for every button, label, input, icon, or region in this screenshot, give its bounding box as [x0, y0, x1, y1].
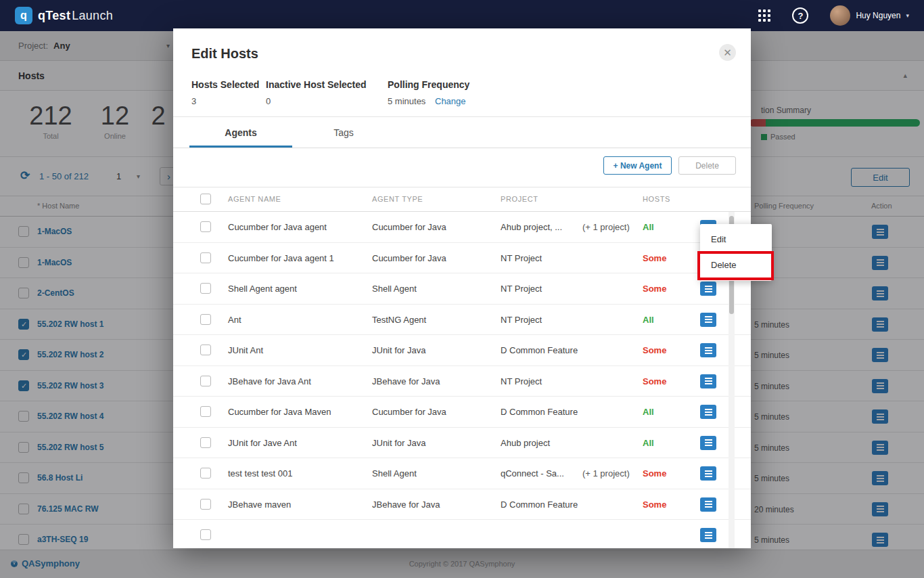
hosts-badge: All — [643, 222, 654, 232]
agent-checkbox[interactable] — [200, 376, 211, 386]
agent-name-cell: test test test 001 — [228, 468, 292, 479]
agent-name-cell: JBehave maven — [228, 499, 291, 510]
topbar-right: ? Huy Nguyen ▾ — [758, 5, 909, 26]
agent-type-cell: JUnit for Java — [372, 345, 425, 355]
hosts-badge: All — [643, 407, 654, 417]
agent-type-cell: Cucumber for Java — [372, 253, 446, 263]
hosts-selected-label: Hosts Selected — [191, 79, 259, 90]
agent-table-row — [173, 520, 751, 548]
agent-actions-menu-button[interactable] — [700, 436, 716, 450]
agent-checkbox[interactable] — [200, 252, 211, 263]
context-menu-delete[interactable]: Delete — [700, 252, 772, 278]
tab-agents[interactable]: Agents — [189, 120, 292, 148]
agent-type-cell: Shell Agent — [372, 284, 417, 294]
polling-frequency-label: Polling Frequency — [388, 79, 469, 90]
inactive-host-label: Inactive Host Selected — [266, 79, 367, 90]
agent-type-cell: Cucumber for Java — [372, 407, 446, 417]
agent-actions-menu-button[interactable] — [700, 497, 716, 512]
user-menu[interactable]: Huy Nguyen ▾ — [830, 5, 909, 26]
agent-table-row: JUnit Ant JUnit for Java D Common Featur… — [173, 335, 751, 366]
col-project: PROJECT — [501, 195, 538, 203]
agent-table-row: Cucumber for Java agent 1 Cucumber for J… — [173, 243, 751, 274]
agent-checkbox[interactable] — [200, 437, 211, 448]
agent-name-cell: Cucumber for Java agent — [228, 222, 327, 232]
agent-checkbox[interactable] — [200, 499, 211, 510]
hosts-badge: Some — [643, 499, 666, 510]
agent-name-cell: Cucumber for Java Maven — [228, 407, 331, 417]
new-agent-button[interactable]: + New Agent — [603, 156, 672, 175]
polling-value-text: 5 minutes — [388, 96, 425, 106]
top-nav-bar: q qTestLaunch ? Huy Nguyen ▾ — [0, 0, 924, 31]
agent-checkbox[interactable] — [200, 283, 211, 294]
agent-table-row: JBehave for Java Ant JBehave for Java NT… — [173, 366, 751, 397]
agent-actions-menu-button[interactable] — [700, 343, 716, 357]
agent-project-cell: NT Project — [501, 315, 542, 325]
change-polling-link[interactable]: Change — [435, 96, 466, 106]
agent-checkbox[interactable] — [200, 344, 211, 355]
col-agent-name: AGENT NAME — [228, 195, 281, 203]
hosts-badge: Some — [643, 284, 666, 294]
agent-actions-menu-button[interactable] — [700, 528, 716, 542]
hosts-badge: Some — [643, 253, 666, 263]
agent-type-cell: JBehave for Java — [372, 376, 440, 386]
agent-table-row: Cucumber for Java agent Cucumber for Jav… — [173, 212, 751, 243]
agent-table-row: JBehave maven JBehave for Java D Common … — [173, 489, 751, 520]
agent-actions-menu-button[interactable] — [700, 405, 716, 419]
agent-project-extra: (+ 1 project) — [582, 222, 630, 232]
agent-checkbox[interactable] — [200, 314, 211, 325]
agent-project-cell: Ahub project — [501, 438, 550, 448]
brand-title: qTestLaunch — [38, 9, 113, 23]
agent-actions-menu-button[interactable] — [700, 374, 716, 388]
agent-checkbox[interactable] — [200, 468, 211, 479]
agent-checkbox[interactable] — [200, 221, 211, 232]
agent-actions-menu-button[interactable] — [700, 313, 716, 327]
agent-project-cell: NT Project — [501, 376, 542, 386]
app-grid-icon[interactable] — [758, 9, 770, 22]
tab-tags[interactable]: Tags — [292, 120, 395, 148]
agent-name-cell: JUnit Ant — [228, 345, 263, 355]
agent-table-row: Ant TestNG Agent NT Project All — [173, 305, 751, 336]
chevron-down-icon: ▾ — [906, 12, 909, 19]
qtest-logo-icon[interactable]: q — [15, 7, 32, 24]
agent-actions-menu-button[interactable] — [700, 282, 716, 296]
agent-checkbox[interactable] — [200, 406, 211, 417]
agent-type-cell: TestNG Agent — [372, 315, 426, 325]
agent-name-cell: Cucumber for Java agent 1 — [228, 253, 334, 263]
agent-table-row: Cucumber for Java Maven Cucumber for Jav… — [173, 397, 751, 428]
agent-project-cell: Ahub project, ... — [501, 222, 562, 232]
agent-name-cell: JUnit for Jave Ant — [228, 438, 297, 448]
delete-agents-button[interactable]: Delete — [678, 156, 736, 175]
agent-project-cell: qConnect - Sa... — [501, 468, 564, 479]
user-name: Huy Nguyen — [856, 11, 900, 20]
hosts-badge: All — [643, 438, 654, 448]
avatar — [830, 5, 850, 26]
agent-table-row: test test test 001 Shell Agent qConnect … — [173, 458, 751, 489]
agent-project-cell: NT Project — [501, 253, 542, 263]
close-icon[interactable]: ✕ — [719, 44, 736, 61]
brand-primary: qTest — [38, 9, 70, 22]
agent-table-row: JUnit for Jave Ant JUnit for Java Ahub p… — [173, 428, 751, 459]
agent-type-cell: JUnit for Java — [372, 438, 425, 448]
hosts-badge: Some — [643, 376, 666, 386]
agent-checkbox[interactable] — [200, 529, 211, 540]
select-all-checkbox[interactable] — [200, 194, 211, 204]
hosts-badge: Some — [643, 345, 666, 355]
edit-hosts-modal: Edit Hosts ✕ Hosts Selected 3 Inactive H… — [173, 28, 751, 548]
agent-table-row: Shell Agent agent Shell Agent NT Project… — [173, 273, 751, 305]
hosts-badge: All — [643, 315, 654, 325]
agent-rows: Cucumber for Java agent Cucumber for Jav… — [173, 212, 751, 548]
agent-name-cell: Ant — [228, 315, 241, 325]
agents-table-header: AGENT NAME AGENT TYPE PROJECT HOSTS — [173, 187, 751, 212]
agent-type-cell: JBehave for Java — [372, 499, 440, 510]
context-menu-edit[interactable]: Edit — [700, 227, 772, 252]
logo-letter: q — [20, 9, 27, 22]
col-hosts: HOSTS — [643, 195, 670, 203]
agent-project-cell: D Common Feature — [501, 407, 578, 417]
agent-project-cell: D Common Feature — [501, 345, 578, 355]
help-icon[interactable]: ? — [792, 7, 808, 24]
agent-type-cell: Cucumber for Java — [372, 222, 446, 232]
inactive-host-value: 0 — [266, 96, 271, 106]
divider — [173, 116, 751, 117]
agent-actions-menu-button[interactable] — [700, 466, 716, 481]
hosts-badge: Some — [643, 468, 666, 479]
